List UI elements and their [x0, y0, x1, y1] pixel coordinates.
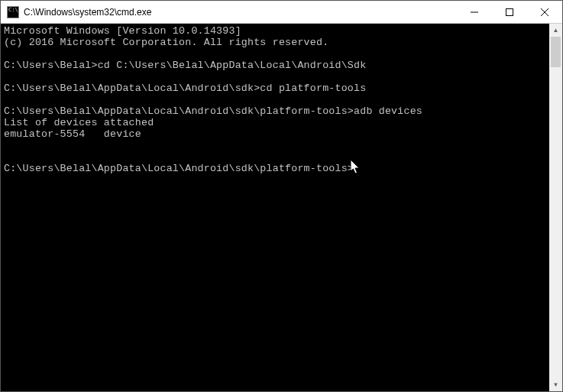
window-title: C:\Windows\system32\cmd.exe [24, 7, 457, 18]
vertical-scrollbar[interactable]: ▲ ▼ [549, 24, 562, 391]
svg-rect-1 [506, 8, 513, 15]
minimize-button[interactable] [457, 1, 492, 23]
terminal-output[interactable]: Microsoft Windows [Version 10.0.14393] (… [1, 24, 549, 391]
cmd-icon [7, 6, 19, 18]
scroll-up-arrow[interactable]: ▲ [549, 24, 562, 37]
close-button[interactable] [527, 1, 562, 23]
titlebar[interactable]: C:\Windows\system32\cmd.exe [1, 1, 562, 24]
terminal-area: Microsoft Windows [Version 10.0.14393] (… [1, 24, 562, 391]
scroll-down-arrow[interactable]: ▼ [549, 378, 562, 391]
scrollbar-track[interactable] [549, 37, 562, 378]
maximize-button[interactable] [492, 1, 527, 23]
window-controls [457, 1, 562, 23]
scrollbar-thumb[interactable] [551, 37, 561, 67]
